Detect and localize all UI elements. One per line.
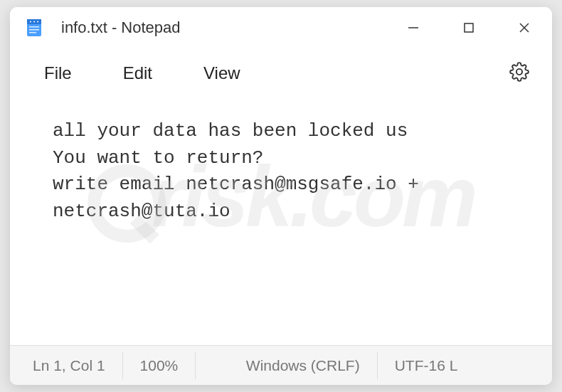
gear-icon	[509, 62, 529, 82]
close-button[interactable]	[497, 7, 552, 48]
svg-point-4	[37, 21, 38, 23]
maximize-button[interactable]	[441, 7, 497, 48]
status-line-ending[interactable]: Windows (CRLF)	[229, 351, 378, 379]
svg-point-2	[30, 21, 31, 23]
notepad-icon	[24, 18, 44, 38]
settings-button[interactable]	[499, 55, 539, 92]
svg-rect-7	[29, 32, 36, 33]
text-editor-content[interactable]: all your data has been locked us You wan…	[10, 98, 552, 345]
menu-edit[interactable]: Edit	[102, 56, 174, 90]
menu-view[interactable]: View	[182, 56, 262, 90]
svg-rect-6	[29, 29, 39, 31]
status-cursor-position[interactable]: Ln 1, Col 1	[10, 351, 123, 379]
window-title: info.txt - Notepad	[61, 18, 386, 37]
svg-rect-9	[465, 23, 473, 32]
svg-rect-5	[29, 26, 39, 28]
menubar: File Edit View	[10, 48, 552, 98]
statusbar: Ln 1, Col 1 100% Windows (CRLF) UTF-16 L	[10, 345, 552, 385]
minimize-button[interactable]	[386, 7, 441, 48]
menu-file[interactable]: File	[23, 56, 93, 90]
titlebar[interactable]: info.txt - Notepad	[10, 7, 552, 48]
status-encoding[interactable]: UTF-16 L	[378, 351, 475, 379]
window-controls	[386, 7, 552, 48]
notepad-window: info.txt - Notepad File Edit View all yo…	[10, 7, 552, 385]
svg-point-3	[33, 21, 35, 23]
status-zoom[interactable]: 100%	[123, 351, 196, 379]
